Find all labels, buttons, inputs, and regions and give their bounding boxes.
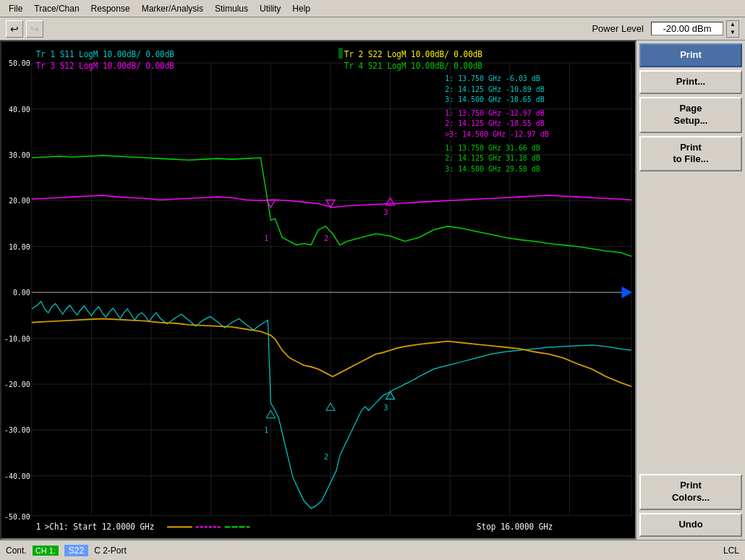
menu-file[interactable]: File — [3, 2, 28, 15]
svg-text:-40.00: -40.00 — [4, 472, 30, 480]
menu-utility[interactable]: Utility — [254, 2, 286, 15]
svg-text:3: 3 — [384, 208, 388, 216]
spinner-down-button[interactable]: ▼ — [727, 29, 738, 37]
power-level-spinner[interactable]: ▲ ▼ — [726, 20, 739, 38]
spinner-up-button[interactable]: ▲ — [727, 21, 738, 29]
svg-text:40.00: 40.00 — [9, 105, 30, 113]
svg-text:1:    13.750 GHz   -12.97 dB: 1: 13.750 GHz -12.97 dB — [445, 109, 545, 117]
svg-text:>3:    14.500 GHz   -12.97 dB: >3: 14.500 GHz -12.97 dB — [445, 130, 549, 138]
svg-text:Tr 2  S22 LogM 10.00dB/  0.00d: Tr 2 S22 LogM 10.00dB/ 0.00dB — [344, 50, 482, 59]
print-colors-button[interactable]: PrintColors... — [639, 474, 742, 510]
svg-text:30.00: 30.00 — [9, 151, 30, 159]
svg-text:1:    13.750 GHz    31.66 dB: 1: 13.750 GHz 31.66 dB — [445, 143, 540, 151]
print-dialog-button[interactable]: Print... — [639, 70, 742, 94]
svg-text:1: 1 — [264, 234, 268, 242]
svg-text:2:    14.125 GHz    31.18 dB: 2: 14.125 GHz 31.18 dB — [445, 154, 540, 162]
svg-text:-50.00: -50.00 — [4, 513, 30, 521]
chart-container: 50.00 40.00 30.00 20.00 10.00 0.00 -10.0… — [0, 41, 637, 540]
svg-text:Tr 3  S12 LogM 10.00dB/  0.00d: Tr 3 S12 LogM 10.00dB/ 0.00dB — [36, 61, 174, 71]
menu-stimulus[interactable]: Stimulus — [209, 2, 254, 15]
right-panel: Print Print... PageSetup... Printto File… — [637, 41, 745, 540]
menu-marker-analysis[interactable]: Marker/Analysis — [136, 2, 209, 15]
redo-button[interactable]: ↪ — [26, 20, 43, 38]
svg-text:10.00: 10.00 — [9, 243, 30, 251]
svg-text:3:    14.500 GHz    29.58 dB: 3: 14.500 GHz 29.58 dB — [445, 165, 540, 173]
svg-text:Tr 1  S11 LogM 10.00dB/  0.00d: Tr 1 S11 LogM 10.00dB/ 0.00dB — [36, 50, 174, 59]
toolbar: ↩ ↪ Power Level -20.00 dBm ▲ ▼ — [0, 17, 745, 41]
svg-text:2: 2 — [324, 234, 328, 242]
svg-text:1:    13.750 GHz    -6.03 dB: 1: 13.750 GHz -6.03 dB — [445, 75, 540, 82]
svg-text:>Ch1: Start  12.0000 GHz: >Ch1: Start 12.0000 GHz — [45, 522, 155, 531]
svg-text:2:    14.125 GHz   -18.55 dB: 2: 14.125 GHz -18.55 dB — [445, 119, 545, 127]
undo-button[interactable]: ↩ — [6, 20, 23, 38]
channel-indicator: CH 1: — [33, 546, 59, 556]
svg-text:3:    14.500 GHz   -18.65 dB: 3: 14.500 GHz -18.65 dB — [445, 96, 545, 103]
menu-help[interactable]: Help — [286, 2, 316, 15]
lcl-label: LCL — [723, 546, 739, 556]
svg-text:-30.00: -30.00 — [4, 426, 30, 434]
power-level-label: Power Level — [592, 23, 644, 34]
cal-label: C 2-Port — [94, 546, 127, 556]
svg-text:2: 2 — [324, 453, 328, 461]
undo-right-button[interactable]: Undo — [639, 513, 742, 537]
svg-text:1: 1 — [264, 426, 268, 434]
svg-text:-10.00: -10.00 — [4, 334, 30, 342]
svg-text:Stop  16.0000 GHz: Stop 16.0000 GHz — [477, 522, 553, 531]
menu-bar: File Trace/Chan Response Marker/Analysis… — [0, 0, 745, 17]
svg-text:-20.00: -20.00 — [4, 381, 30, 389]
svg-text:1: 1 — [36, 522, 41, 531]
svg-text:Tr 4  S21 LogM 10.00dB/  0.00d: Tr 4 S21 LogM 10.00dB/ 0.00dB — [344, 61, 482, 71]
print-button[interactable]: Print — [639, 43, 742, 67]
svg-text:20.00: 20.00 — [9, 197, 30, 205]
menu-response[interactable]: Response — [85, 2, 136, 15]
power-level-input[interactable]: -20.00 dBm — [651, 22, 723, 35]
main-area: 50.00 40.00 30.00 20.00 10.00 0.00 -10.0… — [0, 41, 745, 540]
svg-rect-49 — [339, 48, 343, 59]
svg-text:50.00: 50.00 — [9, 59, 30, 67]
spacer — [639, 174, 742, 471]
param-indicator: S22 — [64, 545, 88, 556]
svg-text:3: 3 — [384, 404, 388, 412]
page-setup-button[interactable]: PageSetup... — [639, 97, 742, 133]
menu-trace-chan[interactable]: Trace/Chan — [28, 2, 85, 15]
status-bar: Cont. CH 1: S22 C 2-Port LCL — [0, 540, 745, 560]
print-to-file-button[interactable]: Printto File... — [639, 136, 742, 172]
mode-label: Cont. — [6, 546, 27, 556]
chart-svg: 50.00 40.00 30.00 20.00 10.00 0.00 -10.0… — [1, 42, 635, 538]
svg-text:0.00: 0.00 — [13, 289, 30, 297]
svg-text:2:    14.125 GHz   -10.89 dB: 2: 14.125 GHz -10.89 dB — [445, 85, 545, 93]
